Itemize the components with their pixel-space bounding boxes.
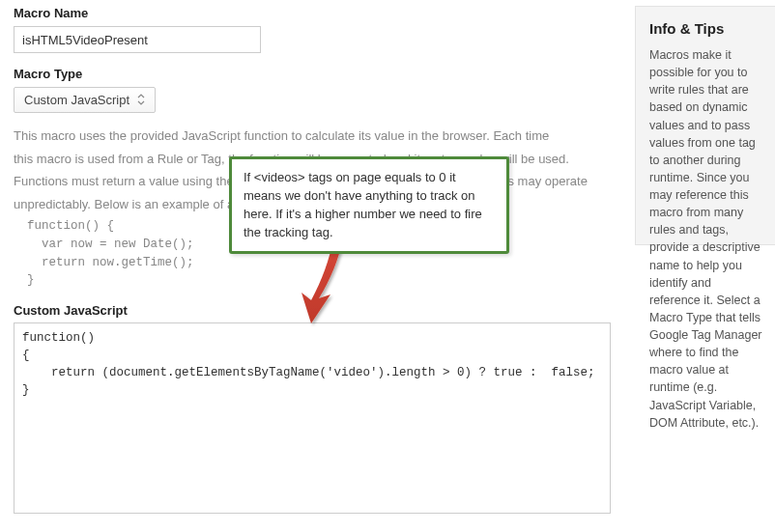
macro-type-label: Macro Type [14,67,613,81]
info-sidebar: Info & Tips Macros make it possible for … [635,6,775,245]
description-line: This macro uses the provided JavaScript … [14,126,613,146]
custom-js-textarea[interactable] [14,322,611,514]
sidebar-body: Macros make it possible for you to write… [649,46,763,432]
sidebar-title: Info & Tips [649,20,763,37]
annotation-callout: If <videos> tags on page equals to 0 it … [229,156,509,254]
macro-type-value: Custom JavaScript [24,93,129,107]
macro-name-label: Macro Name [14,6,613,20]
main-form: Macro Name Macro Type Custom JavaScript … [14,6,613,517]
caret-icon [137,94,145,107]
custom-js-label: Custom JavaScript [14,303,613,318]
macro-name-input[interactable] [14,26,261,53]
macro-type-select[interactable]: Custom JavaScript [14,87,156,113]
